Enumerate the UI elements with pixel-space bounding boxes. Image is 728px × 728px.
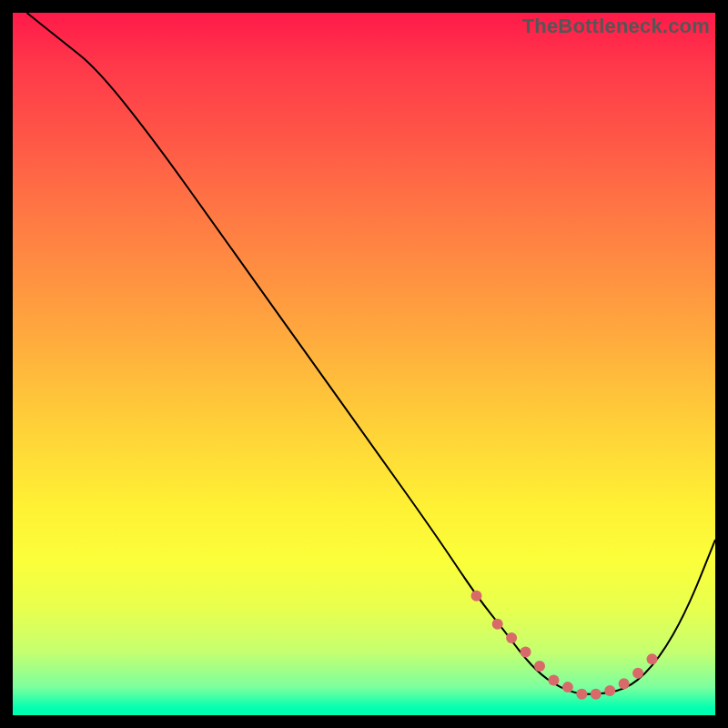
highlight-dot [576,689,587,700]
highlight-dot [506,632,517,643]
bottleneck-curve [26,13,715,694]
highlight-dot [562,682,573,693]
highlight-dot [471,591,482,602]
highlight-dot [591,689,602,700]
chart-container: TheBottleneck.com [0,0,728,728]
highlight-dot [619,678,630,689]
plot-area: TheBottleneck.com [13,13,715,715]
highlight-dot [647,653,658,664]
highlight-dot [632,668,643,679]
highlight-dot [604,685,615,696]
highlight-dot [548,674,559,685]
highlight-dot [534,661,545,672]
highlight-dots-group [471,591,658,700]
highlight-dot [521,647,531,658]
highlight-dot [492,619,503,630]
curve-svg [13,13,715,715]
